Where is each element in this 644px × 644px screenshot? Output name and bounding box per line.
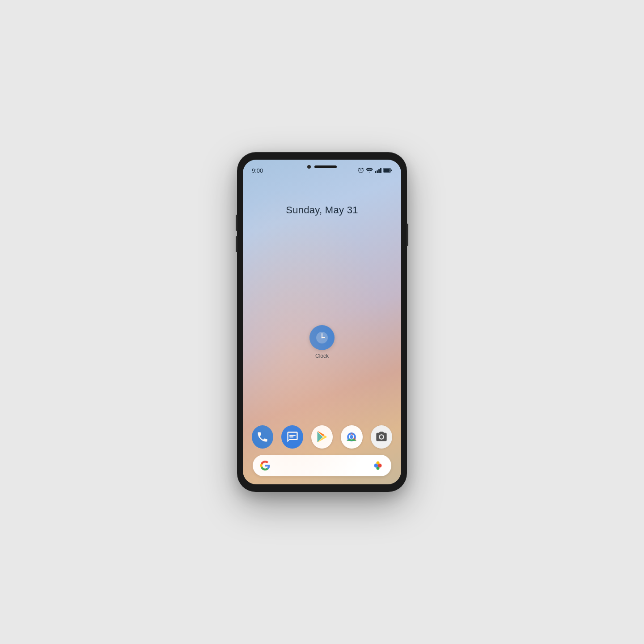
clock-app-label: Clock: [315, 353, 329, 359]
clock-app-icon[interactable]: Clock: [309, 325, 335, 359]
svg-point-18: [377, 467, 380, 470]
google-search-bar[interactable]: [253, 455, 391, 476]
volume-down-button[interactable]: [236, 236, 237, 252]
status-icons: [358, 167, 392, 174]
svg-point-7: [322, 337, 323, 339]
volume-up-button[interactable]: [236, 215, 237, 231]
svg-point-14: [350, 435, 353, 439]
chrome-app-icon: [344, 430, 359, 444]
phone-app-icon: [256, 431, 269, 443]
svg-rect-8: [289, 435, 296, 436]
status-bar: 9:00: [243, 160, 401, 178]
svg-point-17: [377, 462, 380, 465]
assistant-colorful-dots: [372, 459, 384, 472]
dock-chrome-app[interactable]: [341, 425, 362, 449]
camera-app-icon: [375, 431, 388, 443]
dock-camera-app[interactable]: [371, 425, 392, 449]
google-logo: [260, 460, 271, 471]
play-store-icon-v2: [316, 431, 328, 443]
clock-face: [314, 330, 330, 345]
date-text: Sunday, May 31: [286, 204, 358, 216]
app-dock: [243, 425, 401, 449]
dock-phone-app[interactable]: [252, 425, 273, 449]
status-time: 9:00: [252, 167, 263, 174]
battery-icon: [383, 168, 392, 173]
phone-screen: 9:00: [243, 160, 401, 484]
alarm-icon: [358, 167, 364, 174]
date-display: Sunday, May 31: [243, 204, 401, 216]
phone-device: 9:00: [237, 152, 407, 492]
svg-rect-9: [289, 436, 293, 437]
google-assistant-icon[interactable]: [372, 459, 384, 472]
signal-bars: [375, 168, 381, 173]
svg-rect-1: [391, 169, 392, 171]
wifi-icon: [366, 168, 373, 173]
dock-messages-app[interactable]: [281, 425, 303, 449]
dock-play-store-app[interactable]: [311, 425, 333, 449]
svg-rect-2: [384, 169, 390, 172]
messages-app-icon: [286, 431, 299, 443]
clock-icon-circle: [309, 325, 335, 350]
